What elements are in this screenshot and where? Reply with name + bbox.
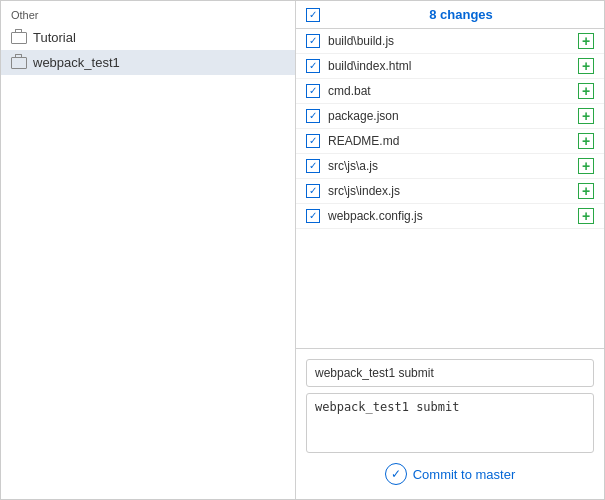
file-row[interactable]: ✓package.json+	[296, 104, 604, 129]
file-row[interactable]: ✓build\index.html+	[296, 54, 604, 79]
file-add-icon[interactable]: +	[578, 83, 594, 99]
file-name: src\js\a.js	[328, 159, 570, 173]
left-panel: Other Tutorial webpack_test1	[1, 1, 296, 499]
check-mark-icon: ✓	[309, 161, 317, 171]
check-mark-icon: ✓	[309, 186, 317, 196]
commit-area: ✓ Commit to master	[296, 348, 604, 499]
changes-count: 8 changes	[328, 7, 594, 22]
file-checkbox[interactable]: ✓	[306, 159, 320, 173]
commit-to-master-button[interactable]: ✓ Commit to master	[385, 463, 516, 485]
file-row[interactable]: ✓webpack.config.js+	[296, 204, 604, 229]
file-checkbox[interactable]: ✓	[306, 109, 320, 123]
select-all-checkbox[interactable]: ✓	[306, 8, 320, 22]
file-row[interactable]: ✓README.md+	[296, 129, 604, 154]
file-row[interactable]: ✓cmd.bat+	[296, 79, 604, 104]
file-add-icon[interactable]: +	[578, 33, 594, 49]
file-checkbox[interactable]: ✓	[306, 34, 320, 48]
file-list: ✓build\build.js+✓build\index.html+✓cmd.b…	[296, 29, 604, 348]
file-add-icon[interactable]: +	[578, 133, 594, 149]
file-name: README.md	[328, 134, 570, 148]
file-add-icon[interactable]: +	[578, 183, 594, 199]
file-row[interactable]: ✓build\build.js+	[296, 29, 604, 54]
check-mark-icon: ✓	[309, 111, 317, 121]
repo-name-webpack: webpack_test1	[33, 55, 120, 70]
repo-name-tutorial: Tutorial	[33, 30, 76, 45]
repo-item-tutorial[interactable]: Tutorial	[1, 25, 295, 50]
file-checkbox[interactable]: ✓	[306, 134, 320, 148]
check-mark-icon: ✓	[309, 86, 317, 96]
file-row[interactable]: ✓src\js\index.js+	[296, 179, 604, 204]
repo-icon-webpack	[11, 57, 27, 69]
file-row[interactable]: ✓src\js\a.js+	[296, 154, 604, 179]
repo-item-webpack[interactable]: webpack_test1	[1, 50, 295, 75]
file-checkbox[interactable]: ✓	[306, 84, 320, 98]
check-mark-icon: ✓	[309, 211, 317, 221]
file-add-icon[interactable]: +	[578, 58, 594, 74]
file-add-icon[interactable]: +	[578, 208, 594, 224]
check-mark-icon: ✓	[309, 61, 317, 71]
commit-button-label: Commit to master	[413, 467, 516, 482]
check-mark-icon: ✓	[309, 36, 317, 46]
file-checkbox[interactable]: ✓	[306, 184, 320, 198]
file-name: webpack.config.js	[328, 209, 570, 223]
file-name: package.json	[328, 109, 570, 123]
commit-button-row: ✓ Commit to master	[306, 459, 594, 489]
check-icon: ✓	[309, 10, 317, 20]
commit-title-input[interactable]	[306, 359, 594, 387]
changes-header: ✓ 8 changes	[296, 1, 604, 29]
file-name: cmd.bat	[328, 84, 570, 98]
section-label: Other	[1, 5, 295, 25]
commit-check-icon: ✓	[385, 463, 407, 485]
repo-icon-tutorial	[11, 32, 27, 44]
file-checkbox[interactable]: ✓	[306, 209, 320, 223]
file-name: build\build.js	[328, 34, 570, 48]
file-add-icon[interactable]: +	[578, 108, 594, 124]
right-panel: ✓ 8 changes ✓build\build.js+✓build\index…	[296, 1, 604, 499]
file-add-icon[interactable]: +	[578, 158, 594, 174]
file-name: src\js\index.js	[328, 184, 570, 198]
check-mark-icon: ✓	[309, 136, 317, 146]
file-name: build\index.html	[328, 59, 570, 73]
commit-desc-input[interactable]	[306, 393, 594, 453]
file-checkbox[interactable]: ✓	[306, 59, 320, 73]
